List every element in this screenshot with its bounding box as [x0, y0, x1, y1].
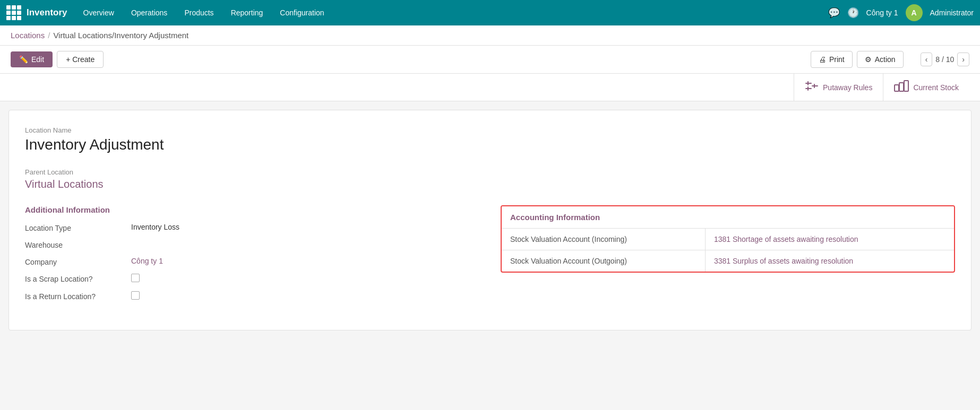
edit-button[interactable]: ✏️ Edit [11, 51, 53, 67]
putaway-rules-icon [805, 81, 819, 94]
svg-rect-0 [895, 85, 899, 91]
outgoing-value[interactable]: 3381 Surplus of assets awaiting resoluti… [705, 250, 954, 272]
print-button[interactable]: 🖨 Print [811, 51, 853, 68]
breadcrumb-separator: / [48, 31, 50, 40]
nav-configuration[interactable]: Configuration [272, 5, 331, 20]
app-name: Inventory [27, 7, 67, 18]
location-name-label: Location Name [25, 126, 955, 134]
putaway-rules-button[interactable]: Putaway Rules [794, 74, 883, 101]
two-column-section: Additional Information Location Type Inv… [25, 205, 955, 309]
edit-icon: ✏️ [19, 55, 28, 64]
print-label: Print [829, 55, 845, 64]
scrap-location-value [131, 274, 140, 284]
return-location-row: Is a Return Location? [25, 291, 479, 301]
location-type-value: Inventory Loss [131, 223, 179, 231]
scrap-location-key: Is a Scrap Location? [25, 274, 131, 283]
grid-menu-icon[interactable] [6, 5, 21, 20]
next-button[interactable]: › [957, 53, 969, 66]
main-form: Location Name Inventory Adjustment Paren… [8, 110, 972, 330]
svg-rect-1 [899, 83, 904, 91]
action-label: Action [875, 55, 896, 64]
chat-icon[interactable]: 💬 [828, 7, 840, 19]
additional-info-title: Additional Information [25, 205, 479, 214]
accounting-info-section: Accounting Information Stock Valuation A… [501, 205, 955, 309]
incoming-label: Stock Valuation Account (Incoming) [502, 229, 705, 250]
accounting-box: Accounting Information Stock Valuation A… [501, 205, 955, 273]
parent-location-label: Parent Location [25, 168, 955, 176]
parent-location-value: Virtual Locations [25, 178, 955, 190]
create-label: + Create [66, 55, 94, 64]
app-logo[interactable]: Inventory [6, 5, 67, 20]
scrap-checkbox[interactable] [131, 274, 140, 282]
location-type-key: Location Type [25, 223, 131, 232]
return-location-key: Is a Return Location? [25, 291, 131, 301]
company-value[interactable]: Công ty 1 [131, 257, 163, 265]
current-stock-label: Current Stock [913, 83, 959, 92]
nav-menu: Overview Operations Products Reporting C… [76, 5, 828, 20]
company-row: Company Công ty 1 [25, 257, 479, 266]
location-type-row: Location Type Inventory Loss [25, 223, 479, 232]
current-stock-icon [894, 80, 909, 95]
svg-rect-2 [904, 81, 908, 91]
print-icon: 🖨 [819, 55, 826, 64]
pagination-info: 8 / 10 [935, 55, 954, 64]
location-name-group: Location Name Inventory Adjustment [25, 126, 955, 153]
location-name-value: Inventory Adjustment [25, 136, 955, 153]
current-stock-button[interactable]: Current Stock [883, 74, 969, 101]
return-location-value [131, 291, 140, 301]
smart-buttons-bar: Putaway Rules Current Stock [0, 74, 980, 101]
clock-icon[interactable]: 🕐 [847, 7, 859, 19]
gear-icon: ⚙ [865, 55, 872, 64]
scrap-location-row: Is a Scrap Location? [25, 274, 479, 284]
warehouse-row: Warehouse [25, 240, 479, 249]
breadcrumb: Locations / Virtual Locations/Inventory … [0, 25, 980, 46]
nav-products[interactable]: Products [177, 5, 221, 20]
warehouse-key: Warehouse [25, 240, 131, 249]
prev-button[interactable]: ‹ [921, 53, 933, 66]
accounting-row-incoming: Stock Valuation Account (Incoming) 1381 … [502, 229, 954, 250]
create-button[interactable]: + Create [57, 51, 104, 68]
company-name[interactable]: Công ty 1 [866, 8, 898, 17]
additional-info-section: Additional Information Location Type Inv… [25, 205, 479, 309]
outgoing-label: Stock Valuation Account (Outgoing) [502, 250, 705, 272]
breadcrumb-parent[interactable]: Locations [11, 31, 45, 40]
toolbar: ✏️ Edit + Create 🖨 Print ⚙ Action ‹ 8 / … [0, 46, 980, 74]
avatar[interactable]: A [906, 4, 923, 21]
parent-location-group: Parent Location Virtual Locations [25, 168, 955, 190]
return-checkbox[interactable] [131, 291, 140, 300]
topnav-right: 💬 🕐 Công ty 1 A Administrator [828, 4, 974, 21]
nav-operations[interactable]: Operations [124, 5, 175, 20]
action-button[interactable]: ⚙ Action [857, 51, 904, 68]
incoming-value[interactable]: 1381 Shortage of assets awaiting resolut… [705, 229, 954, 250]
accounting-row-outgoing: Stock Valuation Account (Outgoing) 3381 … [502, 250, 954, 272]
accounting-table: Stock Valuation Account (Incoming) 1381 … [502, 229, 954, 272]
nav-overview[interactable]: Overview [76, 5, 122, 20]
putaway-rules-label: Putaway Rules [823, 83, 872, 92]
accounting-title: Accounting Information [502, 206, 954, 229]
top-navigation: Inventory Overview Operations Products R… [0, 0, 980, 25]
nav-reporting[interactable]: Reporting [223, 5, 271, 20]
edit-label: Edit [31, 55, 44, 64]
company-key: Company [25, 257, 131, 266]
breadcrumb-current: Virtual Locations/Inventory Adjustment [53, 31, 188, 40]
admin-name[interactable]: Administrator [930, 8, 974, 17]
pagination: ‹ 8 / 10 › [921, 53, 969, 66]
